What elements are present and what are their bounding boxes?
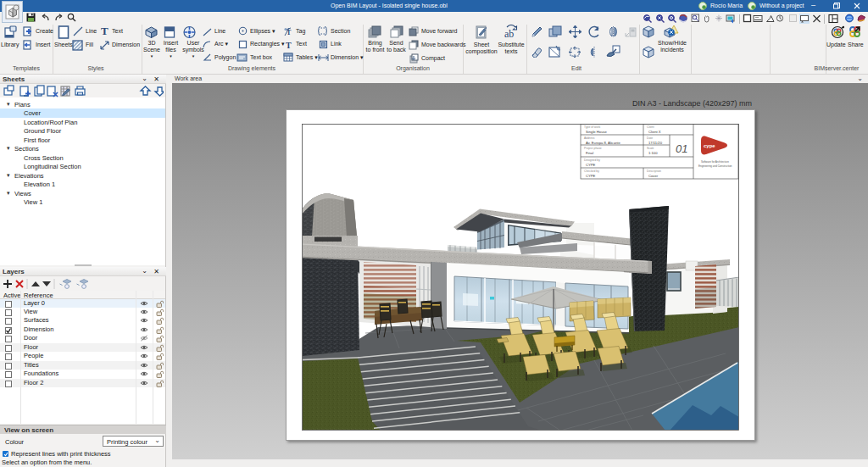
svg-text:1:100: 1:100 bbox=[648, 151, 658, 155]
svg-text:Av. Europa 8, Alicante: Av. Europa 8, Alicante bbox=[586, 141, 620, 145]
svg-text:Engineering and Construction: Engineering and Construction bbox=[698, 164, 732, 168]
svg-text:Client: Client bbox=[647, 125, 654, 129]
svg-text:T: T bbox=[101, 25, 108, 36]
svg-text:Designed by: Designed by bbox=[584, 158, 600, 162]
svg-text:CYPE: CYPE bbox=[586, 174, 596, 178]
svg-text:Scale: Scale bbox=[647, 147, 654, 150]
svg-text:Single House: Single House bbox=[586, 130, 608, 134]
svg-text:ab: ab bbox=[504, 28, 514, 39]
svg-text:Software for Architecture: Software for Architecture bbox=[701, 160, 729, 164]
svg-text:Client X: Client X bbox=[648, 130, 661, 134]
svg-text:Date: Date bbox=[647, 136, 653, 140]
svg-text:Final: Final bbox=[586, 151, 593, 155]
svg-text:cype: cype bbox=[704, 143, 715, 148]
svg-text:Cover: Cover bbox=[648, 174, 659, 178]
svg-text:17/11/20: 17/11/20 bbox=[648, 141, 663, 145]
svg-text:T: T bbox=[286, 41, 292, 50]
svg-text:T: T bbox=[287, 29, 292, 36]
svg-text:Description: Description bbox=[647, 170, 661, 173]
svg-text:Type of work: Type of work bbox=[584, 125, 601, 129]
svg-text:CYPE: CYPE bbox=[586, 163, 596, 167]
svg-text:Checked by: Checked by bbox=[584, 170, 599, 173]
svg-text:Project phase: Project phase bbox=[584, 147, 602, 150]
svg-text:01: 01 bbox=[676, 142, 687, 155]
svg-text:Address: Address bbox=[584, 136, 595, 140]
